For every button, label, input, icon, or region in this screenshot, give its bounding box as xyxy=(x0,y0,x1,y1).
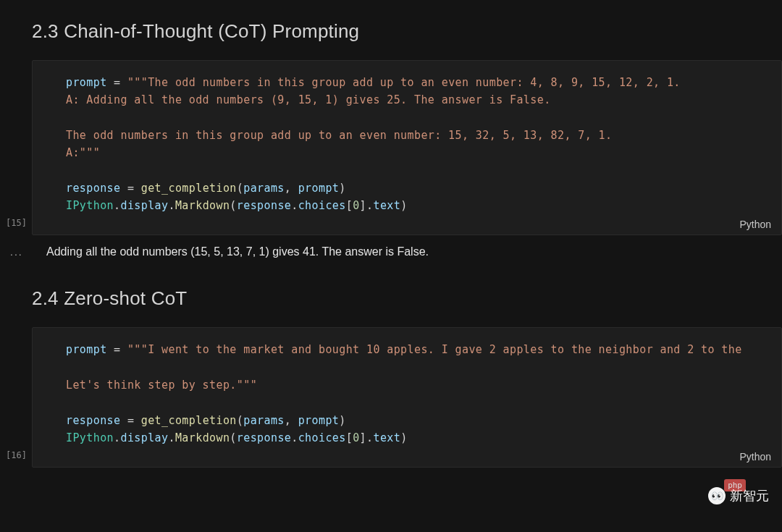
notebook: 2.3 Chain-of-Thought (CoT) Prompting [15… xyxy=(0,20,782,468)
watermark: 👀 新智元 xyxy=(708,487,769,504)
language-tag: Python xyxy=(739,451,771,463)
cell-output-15: ... Adding all the odd numbers (15, 5, 1… xyxy=(0,245,782,258)
code-cell-16: [16] prompt = """I went to the market an… xyxy=(0,327,782,468)
code-editor[interactable]: prompt = """I went to the market and bou… xyxy=(32,327,782,468)
output-marker: ... xyxy=(0,245,32,258)
section-heading-23: 2.3 Chain-of-Thought (CoT) Prompting xyxy=(32,20,782,43)
exec-count: [15] xyxy=(0,218,32,235)
code-content[interactable]: prompt = """The odd numbers in this grou… xyxy=(66,74,767,214)
section-heading-24: 2.4 Zero-shot CoT xyxy=(32,287,782,310)
language-tag: Python xyxy=(739,219,771,230)
code-editor[interactable]: prompt = """The odd numbers in this grou… xyxy=(32,60,782,235)
watermark-icon: 👀 xyxy=(708,487,726,504)
code-content[interactable]: prompt = """I went to the market and bou… xyxy=(66,341,767,447)
code-cell-15: [15] prompt = """The odd numbers in this… xyxy=(0,60,782,235)
output-text: Adding all the odd numbers (15, 5, 13, 7… xyxy=(32,245,782,258)
exec-count: [16] xyxy=(0,450,32,468)
watermark-text: 新智元 xyxy=(730,487,769,504)
